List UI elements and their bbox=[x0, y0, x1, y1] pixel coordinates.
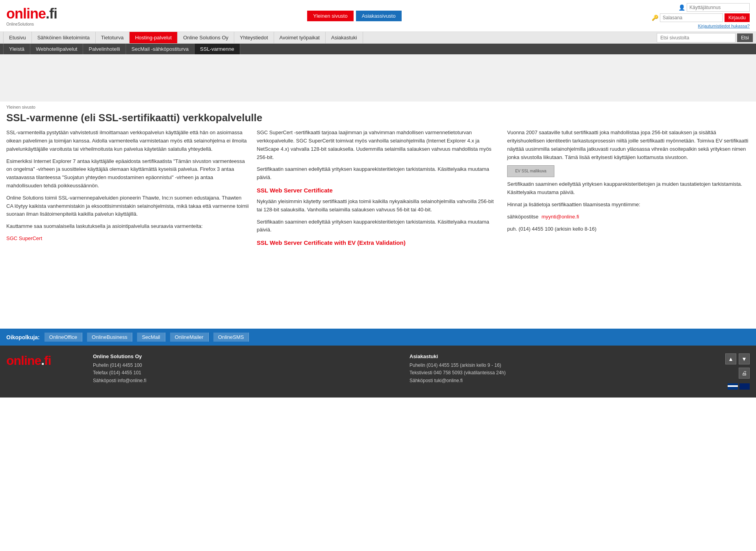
subnav-yleista[interactable]: Yleistä bbox=[3, 44, 30, 54]
col3-phone: puh. (014) 4455 100 (arkisin kello 8-16) bbox=[507, 225, 750, 233]
ev-ssl-label: EV SSL mallikuva bbox=[515, 168, 546, 174]
subnav-ssl[interactable]: SSL-varmenne bbox=[195, 44, 240, 54]
site-tabs: Yleinen sivusto Asiakassivusto bbox=[307, 11, 401, 21]
email-label: sähköpostitse bbox=[507, 214, 539, 220]
logo-sub: OnlineSolutions bbox=[6, 22, 57, 26]
content-spacer bbox=[0, 258, 756, 329]
footer-scroll-icons: ▲ ▼ bbox=[725, 353, 750, 364]
col2-p1: SGC SuperCert -sertifikaatti tarjoaa laa… bbox=[257, 129, 499, 161]
oikopolku-secmail[interactable]: SecMail bbox=[137, 333, 165, 342]
footer-support-phone: Puhelin (014) 4455 155 (arkisin kello 9 … bbox=[410, 362, 710, 369]
subnav-palvelinhotelli[interactable]: Palvelinhotelli bbox=[83, 44, 126, 54]
footer-col-company: Online Solutions Oy Puhelin (014) 4455 1… bbox=[85, 353, 402, 385]
footer-right: ▲ ▼ 🖨 bbox=[718, 353, 750, 390]
logo-fi: fi bbox=[49, 6, 57, 22]
logo[interactable]: online.fi OnlineSolutions bbox=[6, 6, 57, 26]
footer-col-support: Asiakastuki Puhelin (014) 4455 155 (arki… bbox=[402, 353, 718, 385]
subnav-secmail[interactable]: SecMail -sähköpostiturva bbox=[126, 44, 195, 54]
footer-company-email: Sähköposti info@online.fi bbox=[93, 377, 394, 385]
nav-asiakastuki[interactable]: Asiakastuki bbox=[326, 32, 363, 43]
footer-logo-text: online.fi bbox=[6, 353, 85, 368]
nav-hosting[interactable]: Hosting-palvelut bbox=[130, 32, 178, 43]
col2-p3: Nykyään yleisimmin käytetty sertifikaatt… bbox=[257, 198, 499, 214]
scroll-down-button[interactable]: ▼ bbox=[739, 353, 750, 364]
password-row: 🔑 Kirjaudu bbox=[652, 13, 750, 22]
login-link[interactable]: Kirjautumistiedot hukassa? bbox=[698, 24, 750, 28]
col1-p1: SSL-varmenteilla pystytään vahvistetusti… bbox=[6, 129, 249, 153]
nav-yhteystiedot[interactable]: Yhteystiedot bbox=[234, 32, 274, 43]
oikopolku-onlinesms[interactable]: OnlineSMS bbox=[213, 333, 249, 342]
footer-company-title: Online Solutions Oy bbox=[93, 353, 394, 359]
subnav-webhotelli[interactable]: Webhotellipalvelut bbox=[30, 44, 83, 54]
logo-text: online.fi bbox=[6, 6, 57, 22]
tab-general[interactable]: Yleinen sivusto bbox=[307, 11, 353, 21]
password-input[interactable] bbox=[660, 13, 723, 22]
footer-main: online.fi Online Solutions Oy Puhelin (0… bbox=[0, 346, 756, 398]
footer-logo-dot: . bbox=[41, 353, 44, 368]
footer-logo-fi: fi bbox=[44, 353, 51, 368]
oikopolku-onlineoffice[interactable]: OnlineOffice bbox=[44, 333, 82, 342]
oikopolku-onlinebusiness[interactable]: OnlineBusiness bbox=[87, 333, 132, 342]
nav-online-solutions[interactable]: Online Solutions Oy bbox=[178, 32, 234, 43]
key-icon: 🔑 bbox=[652, 15, 658, 21]
logo-dot: . bbox=[46, 6, 49, 22]
col2-h3a: SSL Web Server Certificate bbox=[257, 186, 499, 195]
oikopolku-label: Oikopolkuja: bbox=[6, 334, 40, 340]
header-right: 👤 🔑 Kirjaudu Kirjautumistiedot hukassa? bbox=[652, 3, 750, 28]
sgc-supercert-link[interactable]: SGC SuperCert bbox=[6, 235, 42, 241]
col3-p3: Hinnat ja lisätietoja sertifikaattien ti… bbox=[507, 201, 750, 209]
tab-customer[interactable]: Asiakassivusto bbox=[356, 11, 402, 21]
col2-h3b: SSL Web Server Certificate with EV (Extr… bbox=[257, 238, 499, 248]
col1-p4: Kauttamme saa suomalaisella laskutuksell… bbox=[6, 222, 249, 231]
language-flags bbox=[728, 383, 750, 390]
col1-p2: Esimerkiksi Internet Explorer 7 antaa kä… bbox=[6, 157, 249, 190]
footer-support-sms: Tekstiviesti 040 758 5093 (vikatilanteis… bbox=[410, 369, 710, 377]
nav-tietoturva[interactable]: Tietoturva bbox=[96, 32, 130, 43]
header: online.fi OnlineSolutions Yleinen sivust… bbox=[0, 0, 756, 32]
col2-p2: Sertifikaatin saaminen edellyttää yrityk… bbox=[257, 165, 499, 182]
sub-nav: Yleistä Webhotellipalvelut Palvelinhotel… bbox=[0, 44, 756, 54]
nav-etusivu[interactable]: Etusivu bbox=[3, 32, 32, 43]
footer-support-title: Asiakastuki bbox=[410, 353, 710, 359]
logo-area: online.fi OnlineSolutions bbox=[6, 6, 57, 26]
col3-p1: Vuonna 2007 saataville tullut sertifikaa… bbox=[507, 129, 750, 161]
fi-flag[interactable] bbox=[728, 383, 738, 390]
footer-logo: online.fi bbox=[6, 353, 85, 368]
en-flag[interactable] bbox=[739, 383, 750, 390]
footer-company-phone: Puhelin (014) 4455 100 bbox=[93, 362, 394, 369]
content-area: SSL-varmenteilla pystytään vahvistetusti… bbox=[0, 129, 756, 258]
scroll-up-button[interactable]: ▲ bbox=[725, 353, 736, 364]
col3-contact-email: sähköpostitse myynti@online.fi bbox=[507, 213, 750, 221]
username-input[interactable] bbox=[687, 3, 750, 12]
content-col-3: Vuonna 2007 saataville tullut sertifikaa… bbox=[507, 129, 750, 250]
content-col-1: SSL-varmenteilla pystytään vahvistetusti… bbox=[6, 129, 257, 250]
footer-oikopolku: Oikopolkuja: OnlineOffice OnlineBusiness… bbox=[0, 329, 756, 346]
search-button[interactable]: Etsi bbox=[737, 33, 753, 42]
nav-avoimet[interactable]: Avoimet työpaikat bbox=[274, 32, 326, 43]
banner-area bbox=[0, 54, 756, 102]
search-area: Etsi bbox=[657, 33, 753, 43]
email-link[interactable]: myynti@online.fi bbox=[541, 214, 579, 220]
nav-sahkoinen[interactable]: Sähköinen liiketoiminta bbox=[32, 32, 96, 43]
content-col-2: SGC SuperCert -sertifikaatti tarjoaa laa… bbox=[257, 129, 507, 250]
col3-p2: Sertifikaatin saaminen edellyttää yrityk… bbox=[507, 180, 750, 197]
user-icon: 👤 bbox=[678, 4, 685, 11]
col1-p3: Online Solutions toimii SSL-varmennepalv… bbox=[6, 194, 249, 218]
breadcrumb: Yleinen sivusto bbox=[0, 102, 756, 110]
oikopolku-onlinemailer[interactable]: OnlineMailer bbox=[170, 333, 209, 342]
print-button[interactable]: 🖨 bbox=[739, 368, 750, 379]
page-title: SSL-varmenne (eli SSL-sertifikaatti) ver… bbox=[0, 110, 756, 129]
search-input[interactable] bbox=[657, 33, 736, 43]
footer-company-fax: Telefax (014) 4455 101 bbox=[93, 369, 394, 377]
login-button[interactable]: Kirjaudu bbox=[724, 13, 750, 22]
username-row: 👤 bbox=[678, 3, 750, 12]
ev-ssl-image: EV SSL mallikuva bbox=[507, 165, 554, 177]
col2-p4: Sertifikaatin saaminen edellyttää yrityk… bbox=[257, 218, 499, 235]
footer-support-email: Sähköposti tuki@online.fi bbox=[410, 377, 710, 385]
main-nav: Etusivu Sähköinen liiketoiminta Tietotur… bbox=[0, 32, 756, 44]
